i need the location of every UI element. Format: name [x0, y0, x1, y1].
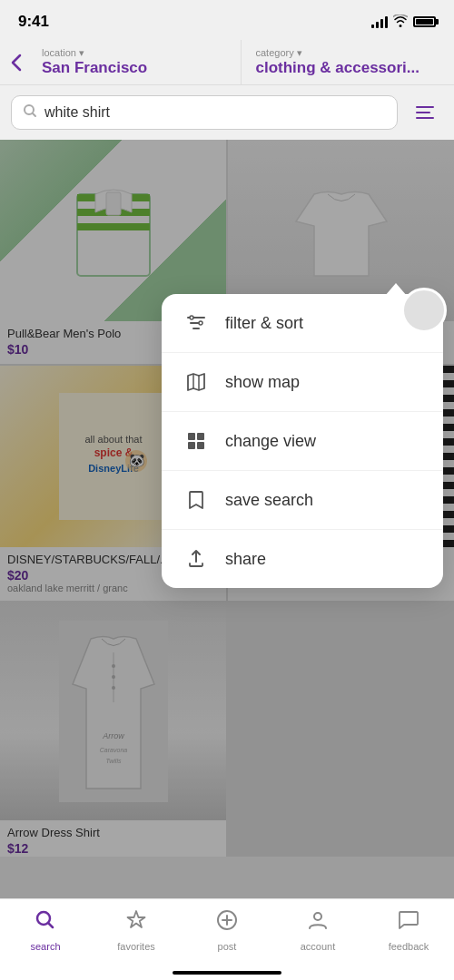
- svg-point-47: [314, 913, 321, 920]
- menu-item-share[interactable]: share: [162, 530, 443, 588]
- nav-item-favorites[interactable]: favorites: [91, 908, 182, 952]
- menu-item-label-change-view: change view: [225, 432, 316, 451]
- home-indicator: [173, 971, 281, 975]
- bottom-nav: search favorites post account: [0, 898, 454, 980]
- signal-icon: [371, 15, 388, 28]
- location-category-bar: location ▾ San Francisco category ▾ clot…: [0, 40, 454, 85]
- map-icon: [183, 369, 209, 395]
- svg-rect-40: [197, 433, 204, 440]
- dropdown-arrow: [385, 283, 407, 296]
- nav-label-favorites: favorites: [117, 941, 155, 952]
- status-icons: [371, 15, 436, 30]
- nav-label-account: account: [301, 941, 336, 952]
- nav-item-search[interactable]: search: [0, 908, 91, 952]
- menu-item-label-save-search: save search: [225, 491, 313, 510]
- battery-icon: [413, 16, 436, 27]
- nav-item-post[interactable]: post: [182, 908, 272, 952]
- grid-icon: [183, 428, 209, 454]
- menu-item-label-show-map: show map: [225, 373, 300, 392]
- svg-rect-42: [197, 442, 204, 449]
- svg-rect-39: [188, 433, 195, 440]
- menu-item-change-view[interactable]: change view: [162, 412, 443, 471]
- menu-item-label-share: share: [225, 550, 266, 569]
- location-label: location ▾: [42, 47, 226, 59]
- dropdown-menu: filter & sort show map ch: [162, 294, 443, 588]
- menu-lines-icon: [416, 106, 434, 119]
- category-section[interactable]: category ▾ clothing & accessori...: [242, 40, 455, 84]
- search-input-wrapper[interactable]: [11, 95, 398, 130]
- menu-item-save-search[interactable]: save search: [162, 471, 443, 530]
- svg-rect-41: [188, 442, 195, 449]
- location-value: San Francisco: [42, 59, 226, 77]
- svg-point-36: [199, 321, 202, 325]
- search-nav-icon: [34, 908, 57, 937]
- menu-item-label-filter-sort: filter & sort: [225, 314, 303, 333]
- search-input[interactable]: [44, 104, 386, 121]
- menu-button[interactable]: [407, 94, 443, 131]
- category-value: clothing & accessori...: [256, 59, 440, 77]
- status-time: 9:41: [18, 13, 49, 31]
- share-icon: [183, 546, 209, 572]
- location-section[interactable]: location ▾ San Francisco: [27, 40, 242, 84]
- bookmark-icon: [183, 487, 209, 513]
- nav-item-feedback[interactable]: feedback: [363, 908, 454, 952]
- account-nav-icon: [306, 908, 330, 937]
- menu-item-filter-sort[interactable]: filter & sort: [162, 294, 443, 353]
- nav-label-feedback: feedback: [389, 941, 429, 952]
- nav-item-account[interactable]: account: [272, 908, 363, 952]
- search-icon-inline: [23, 103, 37, 122]
- nav-label-search: search: [30, 941, 60, 952]
- search-bar: [0, 85, 454, 140]
- menu-item-show-map[interactable]: show map: [162, 353, 443, 412]
- post-nav-icon: [215, 908, 239, 937]
- back-button[interactable]: [0, 40, 27, 84]
- product-grid-area: Pull&Bear Men's Polo $10 White Shirt $15: [0, 140, 454, 920]
- feedback-nav-icon: [397, 908, 420, 937]
- profile-circle: [401, 288, 447, 333]
- wifi-icon: [393, 15, 408, 30]
- nav-label-post: post: [218, 941, 237, 952]
- star-nav-icon: [124, 908, 148, 937]
- status-bar: 9:41: [0, 0, 454, 40]
- svg-point-35: [190, 316, 193, 319]
- filter-icon: [183, 310, 209, 336]
- category-label: category ▾: [256, 47, 440, 59]
